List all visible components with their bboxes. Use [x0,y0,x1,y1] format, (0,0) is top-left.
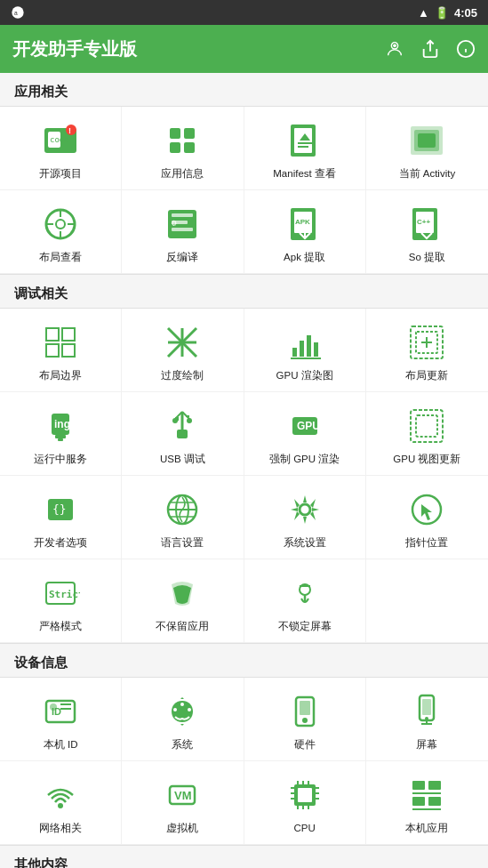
layout-update-label: 布局更新 [405,369,448,382]
no-lock-screen-item[interactable]: 不锁定屏幕 [244,559,366,643]
manifest-item[interactable]: Manifest 查看 [244,107,366,190]
svg-rect-14 [184,128,195,139]
hardware-info-icon [284,690,326,733]
sys-settings-label: 系统设置 [284,536,326,550]
vm-info-label: 虚拟机 [166,822,198,835]
svg-point-3 [393,44,396,48]
header-actions [385,39,476,59]
device-id-label: 本机 ID [44,738,78,751]
local-app-item[interactable]: 本机应用 [366,761,488,845]
network-info-item[interactable]: 网络相关 [0,761,122,845]
no-keep-app-label: 不保留应用 [156,620,209,633]
app-title: 开发助手专业版 [12,37,137,61]
svg-rect-35 [172,228,193,231]
open-source-item[interactable]: code ! 开源项目 [0,107,122,190]
hardware-info-label: 硬件 [294,738,316,751]
svg-text:GPU: GPU [297,420,320,432]
force-gpu-label: 强制 GPU 渲染 [269,453,340,466]
svg-point-0 [12,6,23,18]
svg-text:Strict: Strict [49,589,80,600]
decompile-item[interactable]: ⚙ 反编译 [122,190,244,274]
svg-point-97 [173,708,177,711]
manifest-icon [284,119,326,162]
svg-point-94 [50,703,57,711]
overdraw-label: 过度绘制 [161,369,204,382]
svg-rect-20 [298,142,312,144]
svg-rect-43 [46,328,59,341]
system-info-icon [161,690,204,733]
svg-rect-71 [186,415,189,417]
apk-extract-icon: APK [284,203,326,245]
running-service-icon: ing [39,405,82,447]
running-service-item[interactable]: ing 运行中服务 [0,392,122,476]
usb-debug-item[interactable]: USB 调试 [122,392,244,476]
apk-extract-label: Apk 提取 [284,251,325,264]
app-info-icon [161,119,204,162]
hardware-info-item[interactable]: 硬件 [244,678,366,761]
manifest-label: Manifest 查看 [273,167,336,181]
layout-view-icon [39,203,82,245]
svg-rect-63 [58,438,63,441]
info-icon[interactable] [456,39,476,59]
vm-info-item[interactable]: VM 虚拟机 [122,761,244,845]
app-info-item[interactable]: 应用信息 [122,107,244,190]
current-activity-icon [405,119,448,162]
device-id-item[interactable]: ID 本机 ID [0,678,122,761]
dev-options-item[interactable]: {} 开发者选项 [0,476,122,559]
gpu-view-item[interactable]: GPU 视图更新 [366,392,488,476]
layout-view-item[interactable]: 布局查看 [0,190,122,274]
svg-rect-34 [172,221,188,224]
svg-point-83 [300,504,310,515]
so-extract-icon: C++ [405,203,448,245]
svg-text:APK: APK [295,218,310,226]
svg-rect-75 [416,415,437,437]
svg-point-106 [58,803,63,808]
gpu-render-icon [284,321,326,364]
status-right: ▲ 🔋 4:05 [418,6,477,20]
github-icon[interactable] [385,39,404,59]
screen-info-item[interactable]: 屏幕 [366,678,488,761]
lang-settings-label: 语言设置 [161,536,204,550]
debug-grid: 布局边界 过度绘制 [0,308,488,644]
sys-settings-item[interactable]: 系统设置 [244,476,366,559]
vm-info-icon: VM [161,774,204,816]
cpu-info-icon [284,774,326,816]
system-info-item[interactable]: 系统 [122,678,244,761]
overdraw-item[interactable]: 过度绘制 [122,309,244,392]
svg-point-103 [425,717,428,720]
main-content: 应用相关 code ! 开源项目 [0,73,488,868]
no-keep-app-icon [161,572,204,615]
pointer-pos-label: 指针位置 [405,536,448,550]
layout-update-item[interactable]: 布局更新 [366,309,488,392]
app-info-label: 应用信息 [161,167,204,181]
no-lock-screen-label: 不锁定屏幕 [278,620,332,633]
gpu-view-icon [405,405,448,447]
lang-settings-item[interactable]: 语言设置 [122,476,244,559]
svg-rect-62 [55,435,66,438]
force-gpu-item[interactable]: GPU 强制 GPU 渲染 [244,392,366,476]
status-bar: a ▲ 🔋 4:05 [0,0,488,25]
cpu-info-item[interactable]: CPU [244,761,366,845]
current-activity-item[interactable]: 当前 Activity [366,107,488,190]
svg-point-26 [56,220,65,229]
svg-point-100 [302,718,308,723]
svg-point-96 [188,708,191,711]
dev-options-label: 开发者选项 [34,536,87,550]
screen-info-icon [405,690,448,733]
svg-text:C++: C++ [417,218,430,226]
section-other-header: 其他内容 [0,846,488,869]
svg-text:!: ! [68,126,71,135]
strict-mode-item[interactable]: Strict 严格模式 [0,559,122,643]
svg-rect-70 [175,417,179,421]
sys-settings-icon [284,488,326,531]
svg-rect-44 [62,328,75,341]
share-icon[interactable] [420,39,440,59]
svg-rect-45 [46,344,59,357]
local-app-label: 本机应用 [405,822,448,835]
so-extract-item[interactable]: C++ So 提取 [366,190,488,274]
gpu-render-item[interactable]: GPU 渲染图 [244,309,366,392]
no-keep-app-item[interactable]: 不保留应用 [122,559,244,643]
pointer-pos-item[interactable]: 指针位置 [366,476,488,559]
layout-border-item[interactable]: 布局边界 [0,309,122,392]
apk-extract-item[interactable]: APK Apk 提取 [244,190,366,274]
